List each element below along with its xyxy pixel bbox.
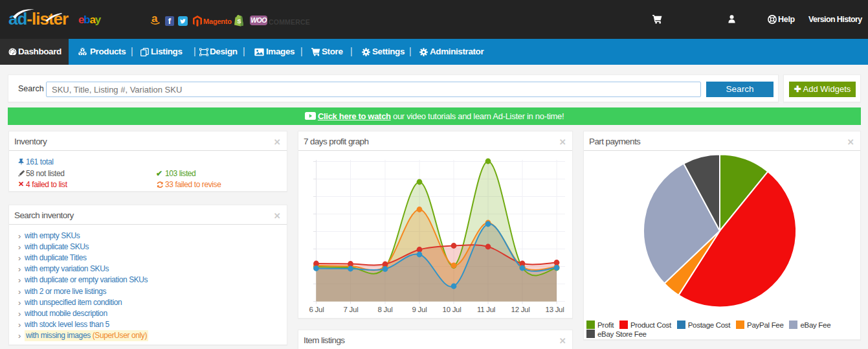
svg-text:S: S [238, 18, 241, 25]
